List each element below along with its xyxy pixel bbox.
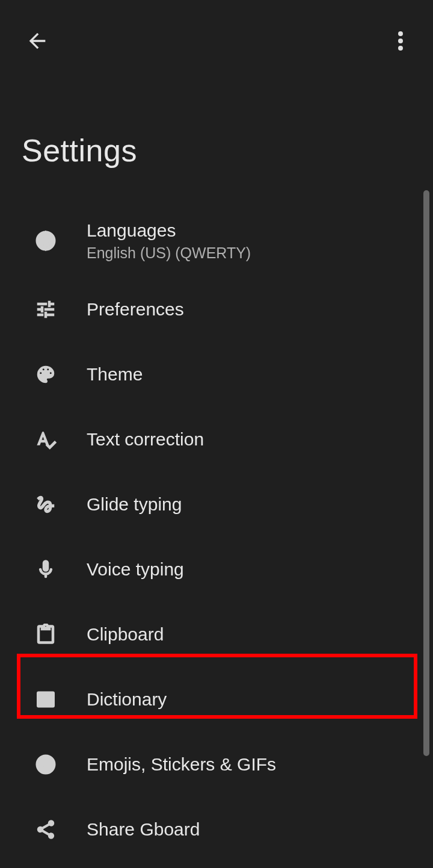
item-label: Voice typing — [87, 559, 184, 580]
book-icon — [34, 687, 58, 711]
settings-list: Languages English (US) (QWERTY) Preferen… — [0, 199, 433, 862]
clipboard-icon — [34, 622, 58, 646]
settings-item-glide-typing[interactable]: Glide typing — [0, 472, 433, 537]
settings-item-clipboard[interactable]: Clipboard — [0, 602, 433, 667]
settings-item-languages[interactable]: Languages English (US) (QWERTY) — [0, 205, 433, 277]
settings-item-share[interactable]: Share Gboard — [0, 797, 433, 862]
item-subtitle: English (US) (QWERTY) — [87, 244, 251, 262]
emoji-icon — [34, 752, 58, 777]
back-button[interactable] — [23, 28, 52, 57]
scrollbar[interactable] — [423, 190, 429, 756]
spellcheck-icon — [34, 427, 58, 451]
arrow-back-icon — [25, 29, 49, 55]
item-label: Dictionary — [87, 689, 167, 710]
svg-point-1 — [398, 39, 403, 43]
item-label: Glide typing — [87, 494, 182, 515]
svg-point-0 — [398, 31, 403, 36]
item-label: Languages — [87, 220, 251, 241]
gesture-icon — [34, 492, 58, 516]
more-vert-icon — [398, 31, 403, 53]
more-button[interactable] — [386, 28, 415, 57]
palette-icon — [34, 362, 58, 386]
settings-item-emojis[interactable]: Emojis, Stickers & GIFs — [0, 732, 433, 797]
item-label: Text correction — [87, 429, 204, 450]
settings-item-dictionary[interactable]: Dictionary — [0, 667, 433, 732]
item-label: Emojis, Stickers & GIFs — [87, 754, 276, 775]
item-label: Clipboard — [87, 624, 164, 645]
settings-item-text-correction[interactable]: Text correction — [0, 407, 433, 472]
item-label: Share Gboard — [87, 819, 200, 840]
page-title: Settings — [0, 72, 433, 199]
tune-icon — [34, 297, 58, 321]
svg-point-12 — [48, 761, 49, 763]
svg-point-11 — [42, 761, 44, 763]
globe-icon — [34, 229, 58, 253]
svg-point-10 — [37, 755, 55, 773]
settings-item-voice-typing[interactable]: Voice typing — [0, 537, 433, 602]
svg-point-2 — [398, 46, 403, 51]
item-label: Preferences — [87, 299, 184, 320]
settings-item-preferences[interactable]: Preferences — [0, 277, 433, 342]
settings-item-theme[interactable]: Theme — [0, 342, 433, 407]
item-label: Theme — [87, 364, 143, 385]
share-icon — [34, 817, 58, 842]
app-bar — [0, 0, 433, 72]
mic-icon — [34, 557, 58, 581]
